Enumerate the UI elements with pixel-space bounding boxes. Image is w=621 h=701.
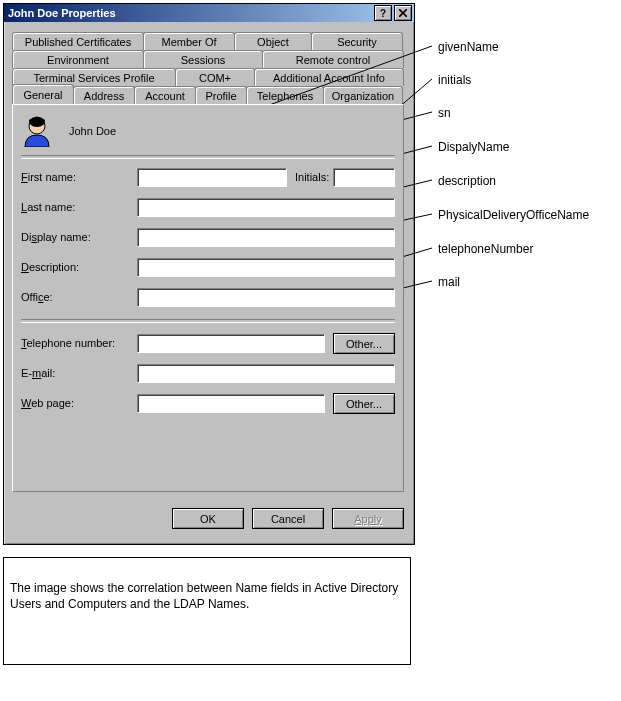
first-name-label: First name: bbox=[21, 171, 76, 183]
tab-strip: Published Certificates Member Of Object … bbox=[12, 32, 404, 104]
tab-account[interactable]: Account bbox=[134, 86, 196, 104]
tab-published-certificates[interactable]: Published Certificates bbox=[12, 32, 144, 50]
annot-telephoneNumber: telephoneNumber bbox=[438, 242, 533, 256]
first-name-input[interactable] bbox=[137, 168, 287, 187]
tab-address[interactable]: Address bbox=[73, 86, 135, 104]
close-button[interactable] bbox=[394, 5, 412, 21]
web-other-button[interactable]: Other... bbox=[333, 393, 395, 414]
last-name-input[interactable] bbox=[137, 198, 395, 217]
email-label: E-mail: bbox=[21, 367, 55, 379]
annot-PhysicalDeliveryOfficeName: PhysicalDeliveryOfficeName bbox=[438, 208, 589, 222]
tab-additional-account-info[interactable]: Additional Account Info bbox=[254, 68, 404, 86]
office-input[interactable] bbox=[137, 288, 395, 307]
tab-environment[interactable]: Environment bbox=[12, 50, 144, 68]
tab-member-of[interactable]: Member Of bbox=[143, 32, 235, 50]
web-input[interactable] bbox=[137, 394, 325, 413]
user-header: John Doe bbox=[21, 115, 116, 147]
close-icon bbox=[399, 9, 407, 17]
annot-description: description bbox=[438, 174, 496, 188]
general-tab-page: John Doe First name: Initials: Last name… bbox=[12, 104, 404, 492]
tab-object[interactable]: Object bbox=[234, 32, 312, 50]
tab-organization[interactable]: Organization bbox=[323, 86, 403, 104]
office-label: Office: bbox=[21, 291, 53, 303]
apply-button[interactable]: Apply bbox=[332, 508, 404, 529]
tab-sessions[interactable]: Sessions bbox=[143, 50, 263, 68]
ok-button[interactable]: OK bbox=[172, 508, 244, 529]
initials-label: Initials: bbox=[295, 171, 329, 183]
annot-initials: initials bbox=[438, 73, 471, 87]
last-name-label: Last name: bbox=[21, 201, 75, 213]
user-head-icon bbox=[21, 115, 53, 147]
tab-general[interactable]: General bbox=[12, 84, 74, 104]
titlebar-buttons: ? bbox=[374, 5, 412, 21]
annot-givenName: givenName bbox=[438, 40, 499, 54]
user-display-name: John Doe bbox=[69, 125, 116, 137]
annot-DispalyName: DispalyName bbox=[438, 140, 509, 154]
caption-text: The image shows the correlation between … bbox=[10, 581, 398, 611]
annot-sn: sn bbox=[438, 106, 451, 120]
annot-mail: mail bbox=[438, 275, 460, 289]
tab-security[interactable]: Security bbox=[311, 32, 403, 50]
tab-profile[interactable]: Profile bbox=[195, 86, 247, 104]
tab-remote-control[interactable]: Remote control bbox=[262, 50, 404, 68]
telephone-input[interactable] bbox=[137, 334, 325, 353]
description-input[interactable] bbox=[137, 258, 395, 277]
separator-2 bbox=[21, 319, 395, 323]
caption-box: The image shows the correlation between … bbox=[3, 557, 411, 665]
help-button[interactable]: ? bbox=[374, 5, 392, 21]
separator-1 bbox=[21, 155, 395, 159]
initials-input[interactable] bbox=[333, 168, 395, 187]
web-label: Web page: bbox=[21, 397, 74, 409]
cancel-button[interactable]: Cancel bbox=[252, 508, 324, 529]
titlebar: John Doe Properties ? bbox=[4, 4, 414, 22]
tab-com-plus[interactable]: COM+ bbox=[175, 68, 255, 86]
email-input[interactable] bbox=[137, 364, 395, 383]
tab-telephones[interactable]: Telephones bbox=[246, 86, 324, 104]
description-label: Description: bbox=[21, 261, 79, 273]
help-icon: ? bbox=[380, 8, 386, 19]
telephone-other-button[interactable]: Other... bbox=[333, 333, 395, 354]
display-name-input[interactable] bbox=[137, 228, 395, 247]
display-name-label: Display name: bbox=[21, 231, 91, 243]
telephone-label: Telephone number: bbox=[21, 337, 115, 349]
window-title: John Doe Properties bbox=[8, 7, 374, 19]
properties-window: John Doe Properties ? Published Certific… bbox=[3, 3, 415, 545]
